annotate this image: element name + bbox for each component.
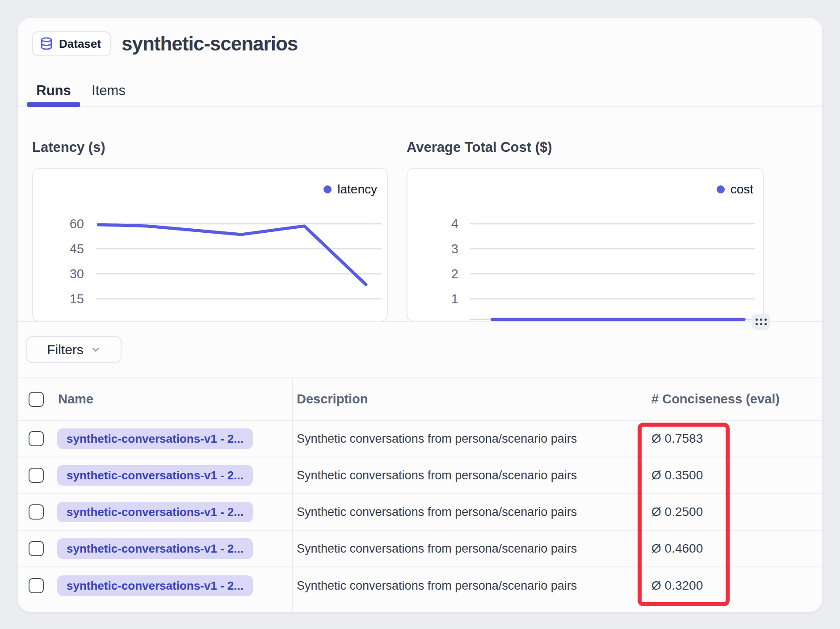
svg-text:15: 15 [70,292,84,306]
database-icon [39,37,54,51]
svg-text:30: 30 [70,267,84,281]
svg-text:3: 3 [451,242,458,256]
row-checkbox[interactable] [29,431,44,446]
table-row: synthetic-conversations-v1 - 2... Synthe… [18,531,822,567]
run-name-label: synthetic-conversations-v1 - 2... [67,542,244,556]
runs-table: Name Description # Conciseness (eval) sy… [18,377,822,612]
run-description: Synthetic conversations from persona/sce… [297,542,577,556]
conciseness-value: Ø 0.7583 [651,432,703,446]
filters-label: Filters [47,342,84,357]
select-all-checkbox[interactable] [29,392,44,407]
drag-handle-button[interactable] [752,314,770,330]
row-checkbox[interactable] [29,541,44,556]
run-description: Synthetic conversations from persona/sce… [297,469,577,482]
svg-text:4: 4 [451,217,458,231]
run-name-link[interactable]: synthetic-conversations-v1 - 2... [57,538,253,559]
run-name-label: synthetic-conversations-v1 - 2... [67,432,244,446]
run-name-label: synthetic-conversations-v1 - 2... [67,505,244,519]
run-description: Synthetic conversations from persona/sce… [297,505,577,519]
latency-chart-card: 60453015 latency [32,168,388,322]
filters-button[interactable]: Filters [26,336,122,363]
conciseness-value: Ø 0.3200 [651,579,703,593]
row-checkbox[interactable] [29,468,44,483]
run-name-link[interactable]: synthetic-conversations-v1 - 2... [57,465,253,486]
run-description: Synthetic conversations from persona/sce… [297,579,577,593]
column-header-name: Name [58,378,93,420]
badge-label: Dataset [59,37,101,51]
conciseness-value: Ø 0.2500 [651,505,703,519]
table-row: synthetic-conversations-v1 - 2... Synthe… [18,457,822,494]
legend-dot-icon [323,185,332,193]
legend-dot-icon [717,185,725,193]
svg-text:45: 45 [70,242,84,256]
page-title: synthetic-scenarios [122,33,298,55]
row-checkbox[interactable] [29,504,44,520]
svg-text:1: 1 [451,292,458,306]
row-checkbox[interactable] [29,578,44,593]
legend-label: cost [731,182,753,197]
latency-chart-title: Latency (s) [32,139,105,155]
table-row: synthetic-conversations-v1 - 2... Synthe… [18,567,822,604]
cost-legend[interactable]: cost [717,182,753,197]
svg-text:60: 60 [70,217,84,231]
tab-runs[interactable]: Runs [27,76,80,105]
table-header-row: Name Description # Conciseness (eval) [18,378,822,421]
run-name-label: synthetic-conversations-v1 - 2... [67,579,244,593]
cost-line-chart: 4321 [407,169,763,321]
table-row: synthetic-conversations-v1 - 2... Synthe… [18,494,822,531]
column-header-description: Description [297,378,368,420]
run-name-link[interactable]: synthetic-conversations-v1 - 2... [57,428,253,449]
run-name-label: synthetic-conversations-v1 - 2... [67,469,244,482]
cost-chart-title: Average Total Cost ($) [407,139,552,155]
svg-text:2: 2 [451,267,458,281]
legend-label: latency [337,182,377,197]
table-row: synthetic-conversations-v1 - 2... Synthe… [18,421,822,457]
column-header-conciseness: # Conciseness (eval) [651,378,780,420]
run-name-link[interactable]: synthetic-conversations-v1 - 2... [57,502,253,522]
section-divider [18,321,822,322]
drag-handle-icon [756,319,767,325]
cost-chart-card: 4321 cost [407,168,764,322]
tab-bar: Runs Items [18,76,822,107]
active-tab-indicator [27,102,80,107]
run-name-link[interactable]: synthetic-conversations-v1 - 2... [57,575,253,596]
run-description: Synthetic conversations from persona/sce… [297,432,577,446]
conciseness-value: Ø 0.3500 [651,468,703,482]
latency-legend[interactable]: latency [323,182,377,197]
conciseness-value: Ø 0.4600 [651,541,703,556]
tab-items[interactable]: Items [82,76,135,105]
chevron-down-icon [90,344,101,355]
dataset-page-card: Dataset synthetic-scenarios Runs Items L… [18,18,822,612]
dataset-type-badge: Dataset [32,31,111,56]
